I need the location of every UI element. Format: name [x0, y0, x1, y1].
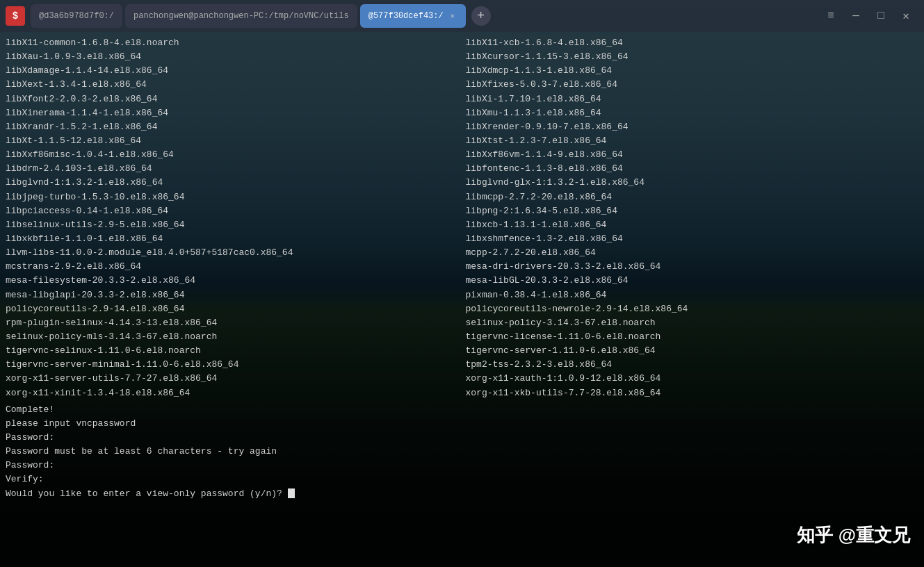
- package-item: libXdmcp-1.1.3-1.el8.x86_64: [466, 64, 919, 78]
- tab-1-label: @d3a6b978d7f0:/: [39, 11, 114, 21]
- package-item: libxshmfence-1.3-2.el8.x86_64: [466, 232, 919, 246]
- close-button[interactable]: ✕: [899, 9, 913, 23]
- package-item: tigervnc-server-minimal-1.11.0-6.el8.x86…: [6, 358, 459, 372]
- package-item: libX11-xcb-1.6.8-4.el8.x86_64: [466, 36, 919, 50]
- package-list: libX11-common-1.6.8-4.el8.noarchlibXau-1…: [6, 36, 918, 400]
- package-item: libXdamage-1.1.4-14.el8.x86_64: [6, 64, 459, 78]
- package-item: libXt-1.1.5-12.el8.x86_64: [6, 134, 459, 148]
- package-item: rpm-plugin-selinux-4.14.3-13.el8.x86_64: [6, 316, 459, 330]
- package-item: policycoreutils-newrole-2.9-14.el8.x86_6…: [466, 302, 919, 316]
- terminal-line-0: Complete!: [6, 403, 918, 417]
- package-item: libXxf86vm-1.1.4-9.el8.x86_64: [466, 148, 919, 162]
- package-item: libXxf86misc-1.0.4-1.el8.x86_64: [6, 148, 459, 162]
- tab-3[interactable]: @577f30dcef43:/ ✕: [360, 4, 466, 28]
- package-item: mcstrans-2.9-2.el8.x86_64: [6, 260, 459, 274]
- window-controls: ≡ — □ ✕: [824, 9, 918, 23]
- tab-3-label: @577f30dcef43:/: [368, 11, 444, 21]
- package-item: libXi-1.7.10-1.el8.x86_64: [466, 92, 919, 106]
- package-item: tigervnc-server-1.11.0-6.el8.x86_64: [466, 344, 919, 358]
- terminal-line-4: Password:: [6, 459, 918, 472]
- package-item: libXinerama-1.1.4-1.el8.x86_64: [6, 106, 459, 120]
- terminal-line-3: Password must be at least 6 characters -…: [6, 445, 918, 459]
- package-item: tigervnc-license-1.11.0-6.el8.noarch: [466, 330, 919, 344]
- package-item: libselinux-utils-2.9-5.el8.x86_64: [6, 218, 459, 232]
- terminal-line-5: Verify:: [6, 472, 918, 486]
- terminal-line-1: please input vncpassword: [6, 417, 918, 431]
- package-item: libXext-1.3.4-1.el8.x86_64: [6, 78, 459, 92]
- terminal-line-6: Would you like to enter a view-only pass…: [6, 487, 918, 501]
- package-item: libjpeg-turbo-1.5.3-10.el8.x86_64: [6, 190, 459, 204]
- package-item: libfontenc-1.1.3-8.el8.x86_64: [466, 162, 919, 176]
- package-item: libXcursor-1.1.15-3.el8.x86_64: [466, 50, 919, 64]
- package-item: libmcpp-2.7.2-20.el8.x86_64: [466, 190, 919, 204]
- package-item: libXrandr-1.5.2-1.el8.x86_64: [6, 120, 459, 134]
- package-item: xorg-x11-xauth-1:1.0.9-12.el8.x86_64: [466, 372, 919, 386]
- tab-1[interactable]: @d3a6b978d7f0:/: [31, 4, 122, 28]
- package-item: libdrm-2.4.103-1.el8.x86_64: [6, 162, 459, 176]
- package-item: mesa-filesystem-20.3.3-2.el8.x86_64: [6, 274, 459, 288]
- package-list-left: libX11-common-1.6.8-4.el8.noarchlibXau-1…: [6, 36, 459, 400]
- package-item: libX11-common-1.6.8-4.el8.noarch: [6, 36, 459, 50]
- package-item: mesa-libGL-20.3.3-2.el8.x86_64: [466, 274, 919, 288]
- package-item: llvm-libs-11.0.0-2.module_el8.4.0+587+51…: [6, 246, 459, 260]
- package-item: xorg-x11-xkb-utils-7.7-28.el8.x86_64: [466, 386, 919, 400]
- tab-3-close[interactable]: ✕: [448, 11, 457, 21]
- package-item: libXau-1.0.9-3.el8.x86_64: [6, 50, 459, 64]
- package-item: libglvnd-glx-1:1.3.2-1.el8.x86_64: [466, 176, 919, 190]
- package-item: libglvnd-1:1.3.2-1.el8.x86_64: [6, 176, 459, 190]
- package-item: pixman-0.38.4-1.el8.x86_64: [466, 288, 919, 302]
- package-item: tpm2-tss-2.3.2-3.el8.x86_64: [466, 358, 919, 372]
- package-item: libXrender-0.9.10-7.el8.x86_64: [466, 120, 919, 134]
- maximize-button[interactable]: □: [874, 10, 888, 22]
- package-item: mesa-libglapi-20.3.3-2.el8.x86_64: [6, 288, 459, 302]
- package-item: libXmu-1.1.3-1.el8.x86_64: [466, 106, 919, 120]
- package-item: mcpp-2.7.2-20.el8.x86_64: [466, 246, 919, 260]
- terminal-bottom: Complete!please input vncpasswordPasswor…: [6, 403, 918, 501]
- package-item: libxcb-1.13.1-1.el8.x86_64: [466, 218, 919, 232]
- menu-button[interactable]: ≡: [824, 10, 838, 22]
- package-item: libXtst-1.2.3-7.el8.x86_64: [466, 134, 919, 148]
- tab-2[interactable]: panchongwen@panchongwen-PC:/tmp/noVNC/ut…: [125, 4, 357, 28]
- package-item: libpng-2:1.6.34-5.el8.x86_64: [466, 204, 919, 218]
- watermark: 知乎 @重文兄: [797, 523, 910, 548]
- terminal-line-2: Password:: [6, 431, 918, 445]
- package-item: policycoreutils-2.9-14.el8.x86_64: [6, 302, 459, 316]
- package-item: xorg-x11-xinit-1.3.4-18.el8.x86_64: [6, 386, 459, 400]
- minimize-button[interactable]: —: [849, 10, 863, 22]
- package-item: libpciaccess-0.14-1.el8.x86_64: [6, 204, 459, 218]
- package-item: selinux-policy-3.14.3-67.el8.noarch: [466, 316, 919, 330]
- package-item: libxkbfile-1.1.0-1.el8.x86_64: [6, 232, 459, 246]
- package-item: libXfixes-5.0.3-7.el8.x86_64: [466, 78, 919, 92]
- package-list-right: libX11-xcb-1.6.8-4.el8.x86_64libXcursor-…: [466, 36, 919, 400]
- package-item: libXfont2-2.0.3-2.el8.x86_64: [6, 92, 459, 106]
- package-item: mesa-dri-drivers-20.3.3-2.el8.x86_64: [466, 260, 919, 274]
- tab-bar: $ @d3a6b978d7f0:/ panchongwen@panchongwe…: [0, 0, 924, 32]
- terminal-app-icon: $: [6, 6, 25, 26]
- package-item: xorg-x11-server-utils-7.7-27.el8.x86_64: [6, 372, 459, 386]
- tab-2-label: panchongwen@panchongwen-PC:/tmp/noVNC/ut…: [133, 11, 349, 21]
- terminal-input-line: Would you like to enter a view-only pass…: [6, 488, 288, 499]
- package-item: tigervnc-selinux-1.11.0-6.el8.noarch: [6, 344, 459, 358]
- package-item: selinux-policy-mls-3.14.3-67.el8.noarch: [6, 330, 459, 344]
- terminal-window[interactable]: libX11-common-1.6.8-4.el8.noarchlibXau-1…: [0, 32, 924, 567]
- terminal-cursor: [288, 488, 295, 498]
- new-tab-button[interactable]: +: [471, 6, 491, 26]
